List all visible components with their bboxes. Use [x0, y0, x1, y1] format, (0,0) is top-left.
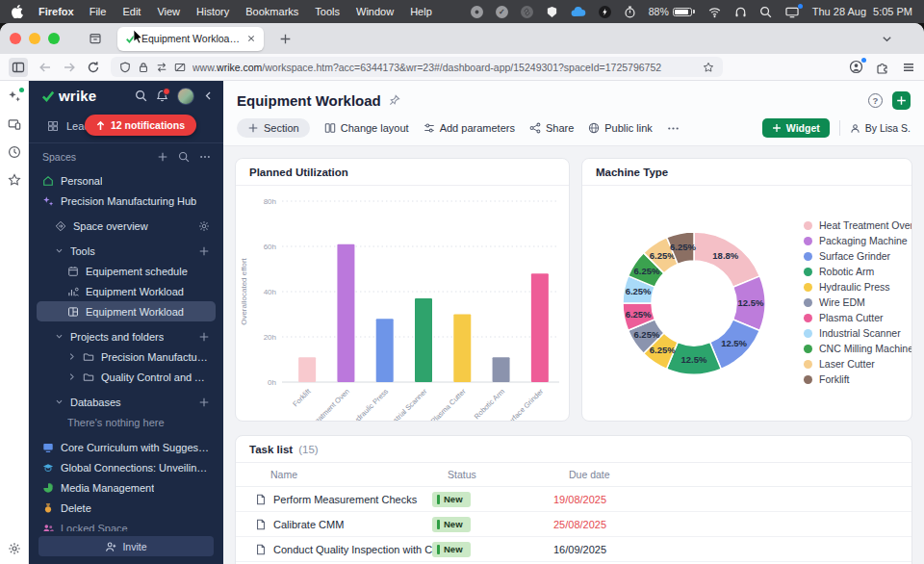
- sidebar-item-space-overview[interactable]: Space overview: [37, 216, 216, 236]
- menubar-menu-help[interactable]: Help: [410, 6, 432, 17]
- menubar-menu-edit[interactable]: Edit: [122, 6, 141, 17]
- history-clock-icon[interactable]: [8, 145, 21, 159]
- timer-icon[interactable]: [624, 6, 636, 18]
- spaces-more-icon[interactable]: [199, 151, 211, 163]
- screen-record-icon[interactable]: [471, 6, 483, 18]
- legend-item-surface-grinder[interactable]: Surface Grinder: [804, 250, 912, 262]
- url-text[interactable]: www.wrike.com/workspace.htm?acc=6344173&…: [192, 62, 696, 73]
- headphones-icon[interactable]: [734, 6, 747, 18]
- sidebar-collapse-chevron-icon[interactable]: [203, 90, 214, 101]
- link-status-icon[interactable]: [521, 6, 533, 18]
- add-section-button[interactable]: Section: [237, 118, 310, 138]
- legend-item-forklift[interactable]: Forklift: [804, 373, 912, 385]
- gear-icon[interactable]: [198, 220, 210, 232]
- help-button[interactable]: ?: [868, 93, 883, 108]
- pin-icon[interactable]: [389, 94, 400, 106]
- share-button[interactable]: Share: [529, 122, 574, 134]
- toolbar-more-icon[interactable]: [667, 122, 680, 135]
- change-layout-button[interactable]: Change layout: [324, 122, 409, 134]
- window-zoom-button[interactable]: [48, 33, 60, 44]
- plus-icon[interactable]: [198, 245, 210, 257]
- legend-item-hydraulic-press[interactable]: Hydraulic Press: [804, 281, 912, 293]
- legend-item-laser-cutter[interactable]: Laser Cutter: [804, 358, 912, 370]
- sidebar-item-global-connections-unveiling-travel[interactable]: Global Connections: Unveiling Travel ...: [37, 457, 216, 477]
- tab-collections-icon[interactable]: [89, 32, 102, 45]
- bookmark-star-icon[interactable]: [703, 62, 714, 73]
- new-tab-button[interactable]: [279, 33, 292, 45]
- sidebar-item-equipment-workload[interactable]: Equipment Workload: [37, 301, 216, 321]
- sidebar-item-projects-and-folders[interactable]: Projects and folders: [37, 326, 216, 346]
- status-badge[interactable]: New: [432, 492, 471, 507]
- bolt-icon[interactable]: [599, 6, 611, 18]
- column-header-status[interactable]: Status: [448, 469, 569, 480]
- spaces-add-icon[interactable]: [157, 151, 168, 163]
- synced-tabs-icon[interactable]: [8, 117, 21, 131]
- sidebar-item-precision-manufacturing-opera[interactable]: Precision Manufacturing Opera...: [37, 346, 216, 367]
- legend-item-plasma-cutter[interactable]: Plasma Cutter: [804, 312, 912, 323]
- back-button[interactable]: [38, 61, 52, 74]
- task-row-calibrate-cmm[interactable]: Calibrate CMMNew25/08/2025: [236, 512, 911, 537]
- sidebar-item-core-curriculum-with-suggested-proj[interactable]: Core Curriculum with Suggested Proj...: [37, 437, 216, 457]
- url-bar[interactable]: www.wrike.com/workspace.htm?acc=6344173&…: [111, 57, 723, 77]
- screenshare-blocked-icon[interactable]: [174, 62, 186, 73]
- menubar-menu-file[interactable]: File: [90, 6, 107, 17]
- status-badge[interactable]: New: [432, 517, 471, 532]
- tracking-shield-icon[interactable]: [119, 62, 131, 73]
- menubar-menu-window[interactable]: Window: [356, 6, 394, 17]
- legend-item-heat-treatment-oven[interactable]: Heat Treatment Oven: [804, 219, 912, 231]
- menubar-menu-tools[interactable]: Tools: [315, 6, 340, 17]
- container-swap-icon[interactable]: [156, 62, 167, 73]
- window-minimize-button[interactable]: [29, 33, 40, 44]
- spaces-search-icon[interactable]: [178, 151, 190, 163]
- sidebar-item-personal[interactable]: Personal: [37, 170, 216, 191]
- extensions-puzzle-icon[interactable]: [876, 61, 889, 74]
- public-link-button[interactable]: Public link: [588, 122, 653, 134]
- display-mirroring-icon[interactable]: [784, 6, 800, 18]
- tab-close-icon[interactable]: [246, 34, 256, 43]
- app-menu-icon[interactable]: [902, 61, 915, 74]
- sidebar-toggle-button[interactable]: [9, 58, 28, 77]
- sync-check-icon[interactable]: ✓: [496, 6, 508, 18]
- sidebar-search-icon[interactable]: [135, 90, 147, 102]
- owner-byline[interactable]: By Lisa S.: [850, 122, 911, 134]
- sidebar-settings-gear-icon[interactable]: [8, 542, 21, 555]
- status-badge[interactable]: New: [432, 542, 471, 557]
- sidebar-item-databases[interactable]: Databases: [37, 392, 216, 412]
- menubar-menu-bookmarks[interactable]: Bookmarks: [245, 6, 298, 17]
- battery-indicator[interactable]: 88%: [649, 6, 695, 17]
- window-close-button[interactable]: [10, 33, 21, 44]
- reload-button[interactable]: [87, 61, 100, 74]
- browser-tab-active[interactable]: Equipment Workload - Wrike: [117, 27, 264, 51]
- sidebar-item-equipment-workload[interactable]: Equipment Workload: [37, 281, 216, 301]
- add-parameters-button[interactable]: Add parameters: [424, 122, 515, 134]
- sidebar-item-quality-control-and-assembly[interactable]: Quality Control and Assembly: [37, 367, 216, 387]
- app-status-icon[interactable]: [546, 6, 558, 18]
- legend-item-packaging-machine[interactable]: Packaging Machine: [804, 235, 912, 246]
- sidebar-item-leads[interactable]: Lead 12 notifications: [29, 111, 223, 141]
- task-row-conduct-quality-inspection-with-cmm[interactable]: Conduct Quality Inspection with CMMNew16…: [236, 537, 911, 562]
- menubar-app-name[interactable]: Firefox: [38, 6, 74, 17]
- menubar-menu-view[interactable]: View: [157, 6, 180, 17]
- sidebar-item-media-management[interactable]: Media Management: [37, 477, 216, 498]
- account-icon[interactable]: [849, 60, 863, 74]
- legend-item-industrial-scanner[interactable]: Industrial Scanner: [804, 327, 912, 339]
- add-widget-button[interactable]: Widget: [762, 118, 830, 138]
- invite-button[interactable]: Invite: [38, 536, 214, 556]
- task-row-perform-measurement-checks[interactable]: Perform Measurement ChecksNew19/08/2025: [236, 487, 911, 512]
- forward-button[interactable]: [63, 61, 76, 74]
- notifications-badge[interactable]: 12 notifications: [85, 115, 196, 136]
- menubar-date[interactable]: Thu 28 Aug: [812, 6, 866, 17]
- legend-item-wire-edm[interactable]: Wire EDM: [804, 296, 912, 308]
- sidebar-item-tools[interactable]: Tools: [37, 241, 216, 261]
- cloud-sync-icon[interactable]: [571, 6, 586, 17]
- spotlight-search-icon[interactable]: [759, 6, 772, 18]
- legend-item-cnc-milling-machine[interactable]: CNC Milling Machine: [804, 343, 912, 354]
- sidebar-item-precision-manufacturing-hub[interactable]: Precision Manufacturing Hub: [37, 191, 216, 211]
- menubar-time[interactable]: 5:05 PM: [873, 6, 912, 17]
- column-header-name[interactable]: Name: [270, 469, 448, 480]
- plus-icon[interactable]: [198, 331, 210, 343]
- tab-overflow-chevron-icon[interactable]: [881, 33, 893, 45]
- ai-chat-icon[interactable]: [8, 90, 21, 103]
- menubar-menu-history[interactable]: History: [196, 6, 229, 17]
- bookmarks-star-icon[interactable]: [8, 173, 21, 187]
